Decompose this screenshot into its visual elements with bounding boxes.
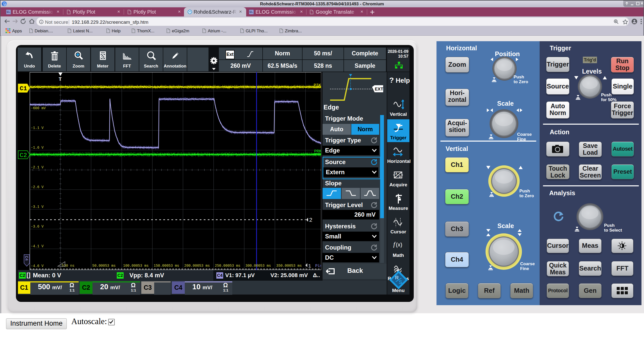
- svg-text:-2.1 V: -2.1 V: [31, 165, 44, 169]
- svg-text:A: A: [395, 172, 397, 175]
- svg-text:PIK: PIK: [314, 83, 321, 88]
- svg-text:300.00053 ms: 300.00053 ms: [245, 264, 271, 268]
- svg-text:100.00053 ms: 100.00053 ms: [123, 264, 149, 268]
- svg-text:350.00053 ms: 350.00053 ms: [276, 264, 302, 268]
- svg-text:1: 1: [308, 263, 311, 269]
- svg-text:-3.1 V: -3.1 V: [31, 205, 44, 209]
- svg-text:(x): (x): [396, 241, 402, 248]
- svg-text:C4: C4: [24, 256, 29, 261]
- svg-text:C2: C2: [20, 152, 27, 159]
- svg-text:Pis: Pis: [315, 264, 321, 268]
- svg-text:-600 mV: -600 mV: [31, 106, 46, 110]
- svg-text:2: 2: [309, 217, 312, 224]
- svg-text:C1: C1: [20, 85, 27, 92]
- svg-text:50.00053 ms: 50.00053 ms: [92, 264, 116, 268]
- svg-text:EXT: EXT: [375, 87, 383, 92]
- svg-text:530 ns: 530 ns: [62, 264, 74, 268]
- svg-text:R: R: [395, 275, 399, 280]
- svg-text:D: D: [399, 175, 401, 178]
- svg-text:-4.6 V: -4.6 V: [31, 264, 44, 268]
- svg-text:PRK: PRK: [314, 149, 321, 154]
- svg-text:-1.6 V: -1.6 V: [31, 146, 44, 150]
- svg-text:T: T: [59, 76, 62, 82]
- svg-text:150.00053 ms: 150.00053 ms: [154, 264, 179, 268]
- svg-text:200.00053 ms: 200.00053 ms: [184, 264, 210, 268]
- svg-text:250.00053 ms: 250.00053 ms: [215, 264, 240, 268]
- svg-text:-2.6 V: -2.6 V: [31, 185, 44, 189]
- svg-text:-1.1 V: -1.1 V: [31, 126, 44, 130]
- svg-text:-3.6 V: -3.6 V: [31, 225, 44, 229]
- svg-text:S: S: [399, 279, 402, 285]
- svg-text:-4.1 V: -4.1 V: [31, 244, 44, 248]
